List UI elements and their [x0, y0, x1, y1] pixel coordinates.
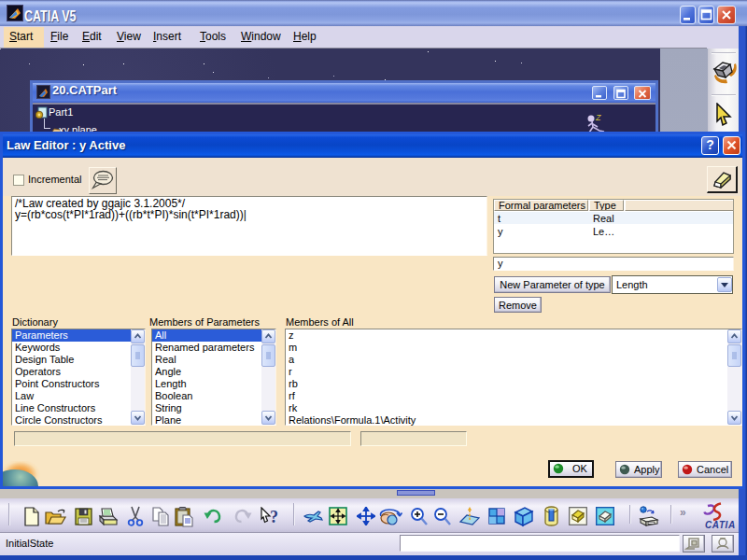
svg-text:CATIA: CATIA — [705, 520, 736, 530]
svg-text:Z: Z — [595, 113, 601, 122]
svg-text:?: ? — [270, 508, 278, 526]
